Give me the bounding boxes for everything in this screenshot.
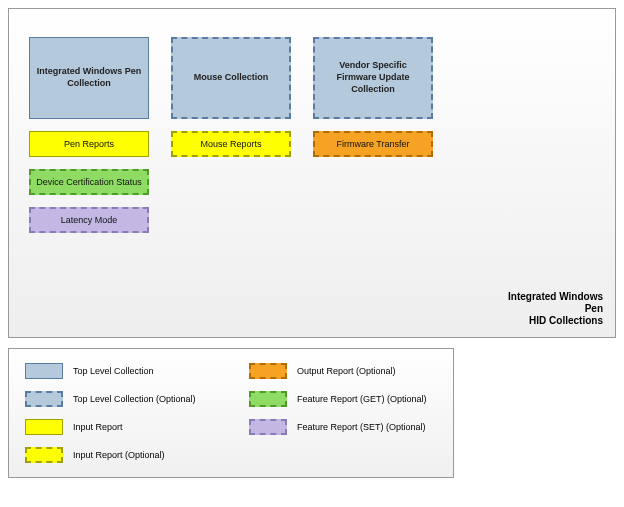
diagram-title: Integrated Windows Pen HID Collections [508, 291, 603, 327]
title-line-3: HID Collections [508, 315, 603, 327]
swatch-top-level-optional [25, 391, 63, 407]
column-mouse: Mouse Collection Mouse Reports [171, 37, 291, 157]
legend-feature-get: Feature Report (GET) (Optional) [297, 394, 467, 404]
swatch-feature-get [249, 391, 287, 407]
device-cert-box: Device Certification Status [29, 169, 149, 195]
swatch-feature-set [249, 419, 287, 435]
title-line-1: Integrated Windows [508, 291, 603, 303]
legend-top-level: Top Level Collection [73, 366, 243, 376]
columns-row: Integrated Windows Pen Collection Pen Re… [29, 37, 595, 233]
mouse-collection-box: Mouse Collection [171, 37, 291, 119]
latency-mode-box: Latency Mode [29, 207, 149, 233]
legend-panel: Top Level Collection Output Report (Opti… [8, 348, 454, 478]
legend-input-report-optional: Input Report (Optional) [73, 450, 243, 460]
column-pen: Integrated Windows Pen Collection Pen Re… [29, 37, 149, 233]
diagram-panel: Integrated Windows Pen Collection Pen Re… [8, 8, 616, 338]
title-line-2: Pen [508, 303, 603, 315]
swatch-output-report [249, 363, 287, 379]
legend-grid: Top Level Collection Output Report (Opti… [25, 363, 437, 463]
swatch-input-report-optional [25, 447, 63, 463]
legend-output-report: Output Report (Optional) [297, 366, 467, 376]
swatch-top-level [25, 363, 63, 379]
pen-reports-box: Pen Reports [29, 131, 149, 157]
legend-feature-set: Feature Report (SET) (Optional) [297, 422, 467, 432]
firmware-transfer-box: Firmware Transfer [313, 131, 433, 157]
vendor-firmware-collection-box: Vendor Specific Firmware Update Collecti… [313, 37, 433, 119]
swatch-input-report [25, 419, 63, 435]
legend-top-level-optional: Top Level Collection (Optional) [73, 394, 243, 404]
mouse-reports-box: Mouse Reports [171, 131, 291, 157]
legend-input-report: Input Report [73, 422, 243, 432]
pen-collection-box: Integrated Windows Pen Collection [29, 37, 149, 119]
column-vendor: Vendor Specific Firmware Update Collecti… [313, 37, 433, 157]
